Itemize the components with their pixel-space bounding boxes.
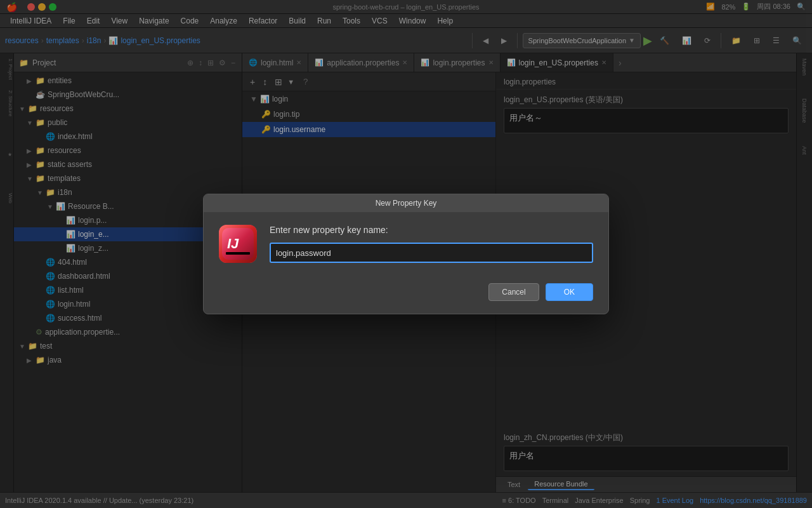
logo-content: IJ [219, 225, 257, 263]
dialog-footer: Cancel OK [204, 276, 608, 314]
dialog-input-section: Enter new property key name: [270, 225, 593, 263]
intellij-logo-svg: IJ [222, 228, 254, 260]
dialog-overlay: New Property Key [0, 0, 812, 508]
dialog-ok-button[interactable]: OK [546, 283, 593, 301]
logo-inner: IJ [219, 225, 257, 263]
dialog-cancel-button[interactable]: Cancel [488, 283, 539, 301]
property-key-input[interactable] [270, 243, 593, 263]
new-property-key-dialog: New Property Key [203, 194, 609, 314]
svg-rect-1 [226, 252, 250, 255]
dialog-titlebar: New Property Key [204, 194, 608, 212]
svg-text:IJ: IJ [227, 236, 239, 251]
dialog-body: IJ Enter new property key name: [204, 212, 608, 276]
dialog-prompt-label: Enter new property key name: [270, 225, 593, 235]
intellij-logo: IJ [219, 225, 257, 263]
dialog-title-label: New Property Key [376, 199, 437, 208]
